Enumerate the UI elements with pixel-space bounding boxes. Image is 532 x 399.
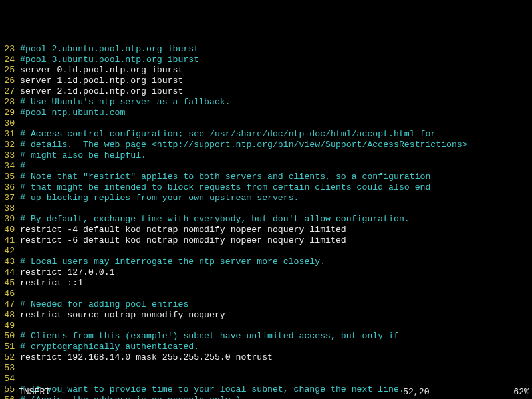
line-number: 48 (3, 310, 15, 321)
line-text[interactable]: # Use Ubuntu's ntp server as a fallback. (20, 97, 231, 108)
line-number: 41 (3, 235, 15, 246)
line-text[interactable]: # details. The web page <http://support.… (20, 140, 467, 150)
scroll-percent: 62% (496, 387, 529, 398)
line-text[interactable]: restrict source notrap nomodify noquery (20, 310, 225, 321)
editor-line[interactable]: 51# cryptographically authenticated. (3, 342, 529, 352)
editor-line[interactable]: 47# Needed for adding pool entries (3, 299, 529, 310)
editor-line[interactable]: 46 (3, 289, 529, 299)
line-number: 47 (3, 299, 15, 310)
line-number: 38 (3, 203, 15, 214)
line-text[interactable]: restrict -6 default kod notrap nomodify … (20, 235, 346, 246)
line-text[interactable]: # Clients from this (example!) subnet ha… (20, 331, 399, 342)
line-number: 37 (3, 193, 15, 203)
line-number: 29 (3, 108, 15, 118)
editor-line[interactable]: 50# Clients from this (example!) subnet … (3, 331, 529, 342)
line-number: 24 (3, 55, 15, 65)
line-number: 46 (3, 289, 15, 299)
line-text[interactable]: #pool 3.ubuntu.pool.ntp.org iburst (20, 55, 199, 65)
line-number: 35 (3, 172, 15, 182)
editor-line[interactable]: 26server 1.id.pool.ntp.org iburst (3, 76, 529, 86)
editor-viewport[interactable]: 23#pool 2.ubuntu.pool.ntp.org iburst24#p… (0, 43, 532, 399)
editor-line[interactable]: 54 (3, 374, 529, 384)
line-text[interactable]: # By default, exchange time with everybo… (20, 214, 410, 225)
editor-line[interactable]: 41restrict -6 default kod notrap nomodif… (3, 235, 529, 246)
editor-line[interactable]: 38 (3, 203, 529, 214)
cursor-position: 52,20 (403, 387, 496, 398)
line-number: 32 (3, 140, 15, 150)
line-number: 53 (3, 363, 15, 374)
editor-line[interactable]: 36# that might be intended to block requ… (3, 182, 529, 193)
editor-line[interactable]: 23#pool 2.ubuntu.pool.ntp.org iburst (3, 44, 529, 55)
line-text[interactable]: #pool ntp.ubuntu.com (20, 108, 125, 118)
editor-line[interactable]: 25server 0.id.pool.ntp.org iburst (3, 65, 529, 76)
editor-line[interactable]: 42 (3, 246, 529, 257)
line-text[interactable]: server 0.id.pool.ntp.org iburst (20, 65, 183, 76)
line-number: 40 (3, 225, 15, 235)
line-number: 33 (3, 150, 15, 161)
line-number: 28 (3, 97, 15, 108)
line-number: 31 (3, 129, 15, 140)
line-text[interactable]: # Local users may interrogate the ntp se… (20, 257, 325, 267)
line-number: 43 (3, 257, 15, 267)
editor-line[interactable]: 40restrict -4 default kod notrap nomodif… (3, 225, 529, 235)
line-number: 51 (3, 342, 15, 352)
editor-line[interactable]: 44restrict 127.0.0.1 (3, 267, 529, 278)
editor-line[interactable]: 39# By default, exchange time with every… (3, 214, 529, 225)
line-text[interactable]: server 1.id.pool.ntp.org iburst (20, 76, 183, 86)
editor-line[interactable]: 27server 2.id.pool.ntp.org iburst (3, 86, 529, 97)
editor-line[interactable]: 33# might also be helpful. (3, 150, 529, 161)
status-bar: -- INSERT -- 52,20 62% (3, 387, 529, 398)
line-text[interactable]: #pool 2.ubuntu.pool.ntp.org iburst (20, 44, 199, 55)
line-number: 30 (3, 118, 15, 129)
line-text[interactable]: # Needed for adding pool entries (20, 299, 188, 310)
line-text[interactable]: # Note that "restrict" applies to both s… (20, 172, 430, 182)
editor-line[interactable]: 35# Note that "restrict" applies to both… (3, 172, 529, 182)
editor-line[interactable]: 48restrict source notrap nomodify noquer… (3, 310, 529, 321)
line-number: 39 (3, 214, 15, 225)
editor-line[interactable]: 29#pool ntp.ubuntu.com (3, 108, 529, 118)
editor-line[interactable]: 28# Use Ubuntu's ntp server as a fallbac… (3, 97, 529, 108)
editor-line[interactable]: 32# details. The web page <http://suppor… (3, 140, 529, 150)
editor-line[interactable]: 45restrict ::1 (3, 278, 529, 289)
line-number: 42 (3, 246, 15, 257)
editor-line[interactable]: 53 (3, 363, 529, 374)
line-text[interactable]: # Access control configuration; see /usr… (20, 129, 436, 140)
line-number: 45 (3, 278, 15, 289)
line-number: 54 (3, 374, 15, 384)
line-text[interactable]: restrict 192.168.14.0 mask 255.255.255.0… (20, 352, 273, 363)
line-text[interactable]: # cryptographically authenticated. (20, 342, 199, 352)
editor-line[interactable]: 34# (3, 161, 529, 172)
line-number: 49 (3, 321, 15, 331)
editor-mode: -- INSERT -- (3, 387, 403, 398)
editor-line[interactable]: 43# Local users may interrogate the ntp … (3, 257, 529, 267)
line-number: 27 (3, 86, 15, 97)
line-number: 44 (3, 267, 15, 278)
line-number: 50 (3, 331, 15, 342)
line-number: 23 (3, 44, 15, 55)
editor-line[interactable]: 52restrict 192.168.14.0 mask 255.255.255… (3, 352, 529, 363)
editor-line[interactable]: 30 (3, 118, 529, 129)
line-text[interactable]: # (20, 161, 25, 172)
line-text[interactable]: # might also be helpful. (20, 150, 146, 161)
line-number: 25 (3, 65, 15, 76)
editor-line[interactable]: 31# Access control configuration; see /u… (3, 129, 529, 140)
line-text[interactable]: restrict 127.0.0.1 (20, 267, 114, 278)
line-number: 34 (3, 161, 15, 172)
line-number: 26 (3, 76, 15, 86)
editor-line[interactable]: 37# up blocking replies from your own up… (3, 193, 529, 203)
line-number: 36 (3, 182, 15, 193)
line-text[interactable]: restrict ::1 (20, 278, 83, 289)
editor-line[interactable]: 49 (3, 321, 529, 331)
line-text[interactable]: # that might be intended to block reques… (20, 182, 430, 193)
line-text[interactable]: restrict -4 default kod notrap nomodify … (20, 225, 346, 235)
line-text[interactable]: # up blocking replies from your own upst… (20, 193, 299, 203)
line-text[interactable]: server 2.id.pool.ntp.org iburst (20, 86, 183, 97)
editor-line[interactable]: 24#pool 3.ubuntu.pool.ntp.org iburst (3, 55, 529, 65)
line-number: 52 (3, 352, 15, 363)
